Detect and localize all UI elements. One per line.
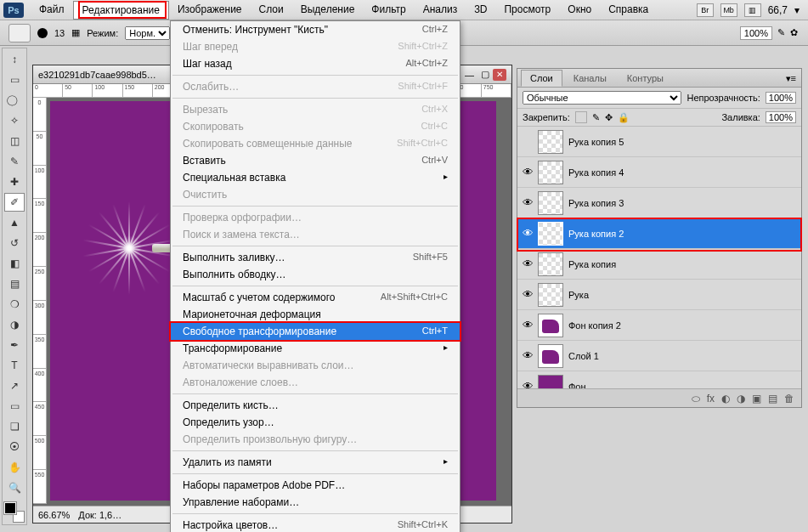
menu-выделение[interactable]: Выделение xyxy=(292,1,364,20)
menuitem[interactable]: Наборы параметров Adobe PDF… xyxy=(171,477,460,494)
new-layer-icon[interactable]: ▤ xyxy=(768,393,777,405)
layer-name[interactable]: Рука копия 2 xyxy=(568,229,801,239)
menu-фильтр[interactable]: Фильтр xyxy=(363,1,414,20)
opt-zoom[interactable]: 100% xyxy=(740,26,772,40)
menu-анализ[interactable]: Анализ xyxy=(415,1,466,20)
group-icon[interactable]: ▣ xyxy=(752,393,761,405)
tab-layers[interactable]: Слои xyxy=(521,70,562,87)
layer-row[interactable]: 👁Рука копия 4 xyxy=(517,157,801,188)
layer-thumb[interactable] xyxy=(538,222,563,246)
opacity-value[interactable]: 100% xyxy=(766,92,796,104)
layer-name[interactable]: Фон копия 2 xyxy=(568,320,801,331)
menuitem[interactable]: Специальная вставка xyxy=(171,169,460,186)
stamp-tool-icon[interactable]: ▲ xyxy=(4,213,25,232)
type-tool-icon[interactable]: T xyxy=(4,356,25,375)
mask-icon[interactable]: ◐ xyxy=(721,393,730,405)
eraser-tool-icon[interactable]: ◧ xyxy=(4,254,25,273)
layer-row[interactable]: Рука копия 5 xyxy=(517,127,801,157)
opt-icon-2[interactable]: ✿ xyxy=(790,27,798,38)
move-tool-icon[interactable]: ↕ xyxy=(4,50,25,69)
menu-справка[interactable]: Справка xyxy=(600,1,657,20)
layer-row[interactable]: 👁Рука копия 2 xyxy=(517,218,801,249)
lock-trans-icon[interactable] xyxy=(575,111,587,123)
menuitem[interactable]: Определить узор… xyxy=(171,414,460,431)
menu-файл[interactable]: Файл xyxy=(31,1,73,20)
layer-name[interactable]: Слой 1 xyxy=(568,351,801,361)
menuitem[interactable]: Шаг назадAlt+Ctrl+Z xyxy=(171,55,460,72)
shape-tool-icon[interactable]: ▭ xyxy=(4,397,25,416)
status-zoom[interactable]: 66.67% xyxy=(38,510,70,520)
adjust-icon[interactable]: ◑ xyxy=(737,393,745,405)
menu-слои[interactable]: Слои xyxy=(251,1,292,20)
menuitem[interactable]: Масштаб с учетом содержимогоAlt+Shift+Ct… xyxy=(171,289,460,306)
tab-channels[interactable]: Каналы xyxy=(564,70,616,87)
layer-row[interactable]: 👁Рука копия xyxy=(517,249,801,280)
menuitem[interactable]: ВставитьCtrl+V xyxy=(171,152,460,169)
dodge-tool-icon[interactable]: ◑ xyxy=(4,315,25,334)
menuitem[interactable]: Настройка цветов…Shift+Ctrl+K xyxy=(171,517,460,532)
brush-size[interactable]: 13 xyxy=(54,28,65,38)
brush-tool-icon[interactable]: ✐ xyxy=(4,193,25,212)
doc-close-icon[interactable]: ✕ xyxy=(493,69,506,81)
path-tool-icon[interactable]: ↗ xyxy=(4,376,25,395)
pen-tool-icon[interactable]: ✒ xyxy=(4,336,25,354)
lock-pos-icon[interactable]: ✥ xyxy=(605,112,613,123)
link-layers-icon[interactable]: ⬭ xyxy=(692,393,700,405)
menuitem[interactable]: Выполнить обводку… xyxy=(171,266,460,283)
layer-name[interactable]: Фон xyxy=(568,382,801,389)
layer-name[interactable]: Рука копия 4 xyxy=(568,167,801,178)
menu-просмотр[interactable]: Просмотр xyxy=(495,1,559,20)
lock-all-icon[interactable]: 🔒 xyxy=(618,112,630,123)
layer-row[interactable]: 👁Фон xyxy=(517,371,801,388)
layer-name[interactable]: Рука xyxy=(568,290,801,300)
brush-preview-icon[interactable] xyxy=(37,28,48,38)
layer-thumb[interactable] xyxy=(538,375,563,389)
visibility-icon[interactable]: 👁 xyxy=(517,166,538,178)
opt-icon-1[interactable]: ✎ xyxy=(777,27,785,38)
status-docinfo[interactable]: Док: 1,6… xyxy=(78,510,121,520)
tab-paths[interactable]: Контуры xyxy=(618,70,673,87)
layer-thumb[interactable] xyxy=(538,344,563,368)
layer-thumb[interactable] xyxy=(538,130,563,154)
tool-preset-icon[interactable] xyxy=(8,24,31,42)
menuitem[interactable]: Удалить из памяти xyxy=(171,454,460,471)
doc-max-icon[interactable]: ▢ xyxy=(481,69,489,80)
menuitem[interactable]: Определить кисть… xyxy=(171,397,460,414)
layer-name[interactable]: Рука копия 3 xyxy=(568,198,801,208)
visibility-icon[interactable]: 👁 xyxy=(517,258,538,270)
layer-thumb[interactable] xyxy=(538,191,563,215)
zoom-percent-top[interactable]: 66,7 xyxy=(768,4,788,16)
visibility-icon[interactable]: 👁 xyxy=(517,319,538,331)
layer-row[interactable]: 👁Слой 1 xyxy=(517,341,801,371)
mb-icon[interactable]: Mb xyxy=(720,3,737,17)
zoom-dropdown-icon[interactable]: ▾ xyxy=(794,4,800,16)
layer-thumb[interactable] xyxy=(538,252,563,276)
menuitem[interactable]: Выполнить заливку…Shift+F5 xyxy=(171,249,460,266)
br-icon[interactable]: Br xyxy=(697,3,714,17)
menuitem[interactable]: Марионеточная деформация xyxy=(171,306,460,323)
layer-thumb[interactable] xyxy=(538,283,563,307)
menuitem[interactable]: Управление наборами… xyxy=(171,494,460,511)
layer-thumb[interactable] xyxy=(538,314,563,337)
zoom-tool-icon[interactable]: 🔍 xyxy=(4,478,25,497)
blend-mode-layers[interactable]: Обычные xyxy=(523,91,681,105)
visibility-icon[interactable]: 👁 xyxy=(517,227,538,240)
layer-row[interactable]: 👁Фон копия 2 xyxy=(517,310,801,341)
layer-row[interactable]: 👁Рука xyxy=(517,280,801,310)
visibility-icon[interactable]: 👁 xyxy=(517,288,538,301)
menu-окно[interactable]: Окно xyxy=(559,1,600,20)
blend-mode-select[interactable]: Норм. xyxy=(125,26,170,40)
lasso-tool-icon[interactable]: ⃝ xyxy=(4,91,25,110)
menuitem[interactable]: Трансформирование xyxy=(171,340,460,357)
arrange-icon[interactable]: ▥ xyxy=(744,3,761,17)
fill-value[interactable]: 100% xyxy=(766,111,796,123)
fx-icon[interactable]: fx xyxy=(707,393,715,405)
crop-tool-icon[interactable]: ◫ xyxy=(4,132,25,150)
history-brush-icon[interactable]: ↺ xyxy=(4,234,25,252)
blur-tool-icon[interactable]: ❍ xyxy=(4,295,25,314)
layer-name[interactable]: Рука копия xyxy=(568,259,801,269)
menu-изображение[interactable]: Изображение xyxy=(169,1,251,20)
color-swatch[interactable] xyxy=(4,502,25,523)
doc-min-icon[interactable]: — xyxy=(465,70,474,80)
layer-name[interactable]: Рука копия 5 xyxy=(568,137,801,147)
